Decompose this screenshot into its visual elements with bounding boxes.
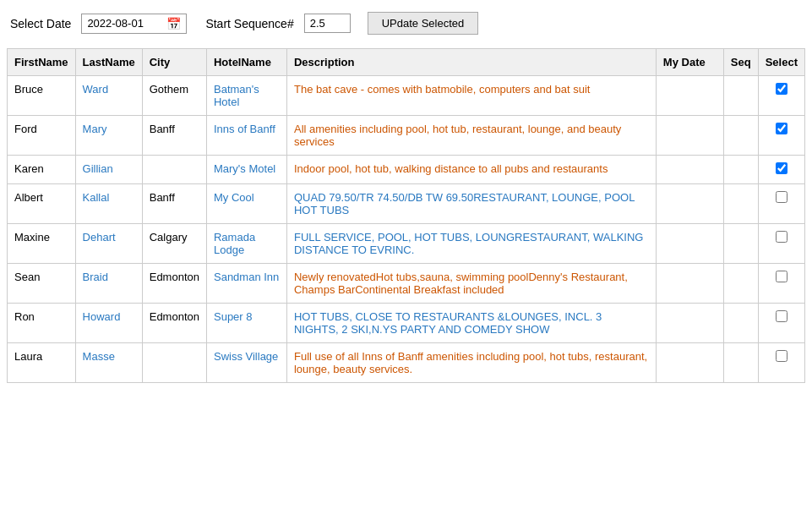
select-date-label: Select Date xyxy=(10,17,71,30)
cell-select[interactable] xyxy=(758,343,804,383)
col-header-city: City xyxy=(142,49,206,76)
cell-description: QUAD 79.50/TR 74.50/DB TW 69.50RESTAURAN… xyxy=(286,184,656,224)
table-row: Maxine Dehart Calgary Ramada Lodge FULL … xyxy=(8,224,805,264)
cell-firstname: Albert xyxy=(8,184,76,224)
table-row: Bruce Ward Gothem Batman's Hotel The bat… xyxy=(8,76,805,116)
cell-city: Banff xyxy=(142,184,206,224)
cell-city: Calgary xyxy=(142,224,206,264)
select-checkbox[interactable] xyxy=(776,123,787,134)
cell-seq xyxy=(723,264,758,304)
cell-seq xyxy=(723,156,758,184)
cell-city: Banff xyxy=(142,116,206,156)
cell-mydate xyxy=(656,343,723,383)
cell-mydate xyxy=(656,116,723,156)
cell-lastname: Kallal xyxy=(75,184,142,224)
cell-firstname: Laura xyxy=(8,343,76,383)
col-header-lastname: LastName xyxy=(75,49,142,76)
cell-seq xyxy=(723,304,758,343)
cell-mydate xyxy=(656,76,723,116)
table-row: Sean Braid Edmonton Sandman Inn Newly re… xyxy=(8,264,805,304)
cell-description: FULL SERVICE, POOL, HOT TUBS, LOUNGRESTA… xyxy=(286,224,656,264)
cell-city: Gothem xyxy=(142,76,206,116)
cell-select[interactable] xyxy=(758,224,804,264)
update-selected-button[interactable]: UPdate Selected xyxy=(368,12,479,35)
select-checkbox[interactable] xyxy=(776,191,787,203)
cell-select[interactable] xyxy=(758,264,804,304)
cell-hotelname: Super 8 xyxy=(206,304,286,343)
table-row: Karen Gillian Mary's Motel Indoor pool, … xyxy=(8,156,805,184)
cell-lastname: Dehart xyxy=(75,224,142,264)
cell-city: Edmonton xyxy=(142,264,206,304)
select-checkbox[interactable] xyxy=(776,310,787,322)
cell-seq xyxy=(723,116,758,156)
calendar-icon[interactable]: 📅 xyxy=(166,17,181,30)
seq-input[interactable] xyxy=(304,14,351,33)
seq-label: Start Sequence# xyxy=(205,17,293,30)
select-checkbox[interactable] xyxy=(776,83,787,95)
cell-firstname: Sean xyxy=(8,264,76,304)
col-header-hotelname: HotelName xyxy=(206,49,286,76)
cell-city: Edmonton xyxy=(142,304,206,343)
cell-firstname: Bruce xyxy=(8,76,76,116)
cell-seq xyxy=(723,76,758,116)
cell-hotelname: Ramada Lodge xyxy=(206,224,286,264)
table-body: Bruce Ward Gothem Batman's Hotel The bat… xyxy=(8,76,805,383)
toolbar: Select Date 📅 Start Sequence# UPdate Sel… xyxy=(7,7,805,40)
select-checkbox[interactable] xyxy=(776,350,787,362)
cell-select[interactable] xyxy=(758,156,804,184)
cell-hotelname: Inns of Banff xyxy=(206,116,286,156)
cell-description: The bat cave - comes with batmobile, com… xyxy=(286,76,656,116)
date-input[interactable] xyxy=(87,17,163,30)
cell-mydate xyxy=(656,304,723,343)
cell-mydate xyxy=(656,264,723,304)
cell-lastname: Gillian xyxy=(75,156,142,184)
cell-description: HOT TUBS, CLOSE TO RESTAURANTS &LOUNGES,… xyxy=(286,304,656,343)
cell-lastname: Mary xyxy=(75,116,142,156)
cell-select[interactable] xyxy=(758,76,804,116)
cell-select[interactable] xyxy=(758,184,804,224)
table-row: Laura Masse Swiss Village Full use of al… xyxy=(8,343,805,383)
header-row: FirstName LastName City HotelName Descri… xyxy=(8,49,805,76)
cell-seq xyxy=(723,184,758,224)
cell-description: All amenities including pool, hot tub, r… xyxy=(286,116,656,156)
cell-mydate xyxy=(656,156,723,184)
cell-description: Newly renovatedHot tubs,sauna, swimming … xyxy=(286,264,656,304)
data-table: FirstName LastName City HotelName Descri… xyxy=(7,48,805,383)
table-row: Ron Howard Edmonton Super 8 HOT TUBS, CL… xyxy=(8,304,805,343)
col-header-description: Description xyxy=(286,49,656,76)
cell-hotelname: Batman's Hotel xyxy=(206,76,286,116)
select-checkbox[interactable] xyxy=(776,271,787,282)
cell-firstname: Ford xyxy=(8,116,76,156)
cell-mydate xyxy=(656,184,723,224)
cell-select[interactable] xyxy=(758,116,804,156)
cell-description: Indoor pool, hot tub, walking distance t… xyxy=(286,156,656,184)
cell-lastname: Howard xyxy=(75,304,142,343)
cell-hotelname: My Cool xyxy=(206,184,286,224)
table-row: Albert Kallal Banff My Cool QUAD 79.50/T… xyxy=(8,184,805,224)
table-header: FirstName LastName City HotelName Descri… xyxy=(8,49,805,76)
table-row: Ford Mary Banff Inns of Banff All amenit… xyxy=(8,116,805,156)
cell-hotelname: Swiss Village xyxy=(206,343,286,383)
cell-select[interactable] xyxy=(758,304,804,343)
cell-hotelname: Mary's Motel xyxy=(206,156,286,184)
cell-lastname: Ward xyxy=(75,76,142,116)
select-checkbox[interactable] xyxy=(776,231,787,243)
cell-seq xyxy=(723,224,758,264)
cell-city xyxy=(142,343,206,383)
cell-seq xyxy=(723,343,758,383)
col-header-select: Select xyxy=(758,49,804,76)
cell-firstname: Ron xyxy=(8,304,76,343)
col-header-firstname: FirstName xyxy=(8,49,76,76)
cell-hotelname: Sandman Inn xyxy=(206,264,286,304)
col-header-seq: Seq xyxy=(723,49,758,76)
col-header-mydate: My Date xyxy=(656,49,723,76)
cell-city xyxy=(142,156,206,184)
cell-description: Full use of all Inns of Banff amenities … xyxy=(286,343,656,383)
cell-mydate xyxy=(656,224,723,264)
cell-firstname: Karen xyxy=(8,156,76,184)
date-input-wrapper: 📅 xyxy=(81,14,187,34)
select-checkbox[interactable] xyxy=(776,162,787,174)
cell-firstname: Maxine xyxy=(8,224,76,264)
cell-lastname: Masse xyxy=(75,343,142,383)
cell-lastname: Braid xyxy=(75,264,142,304)
